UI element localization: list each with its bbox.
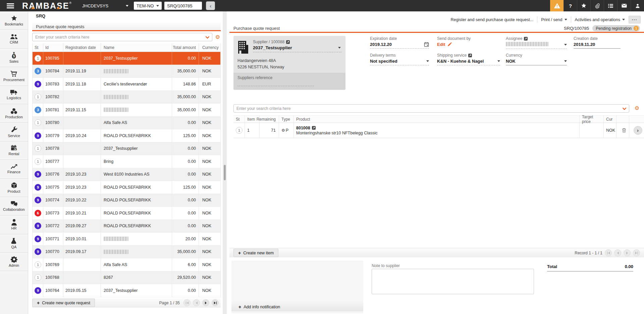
sidebar-item-admin[interactable]: Admin [0,253,28,271]
menu-icon[interactable] [7,3,14,8]
shipping-service-select[interactable]: K&N - Kuehne & Nagel [437,59,500,65]
sidebar-item-bookmarks[interactable]: Bookmarks [0,11,28,30]
star-icon[interactable] [577,0,590,11]
column-header-currency[interactable]: Currency [199,43,219,52]
quote-request-row[interactable]: 91007702019.09.1735,000.00NOK [33,246,220,259]
sidebar-item-product[interactable]: Product [0,179,28,197]
cell-registration-date: 2019.10.01 [63,233,101,245]
rambase-logo[interactable]: RAMBASE® [22,2,72,10]
panel-splitter[interactable] [223,11,227,314]
assignee-select[interactable] [506,42,567,49]
currency-select[interactable]: NOK [506,59,567,65]
user-icon[interactable] [631,0,644,11]
external-link-icon[interactable] [468,54,472,57]
sidebar-item-production[interactable]: Production [0,104,28,123]
column-header-id[interactable]: Id [43,43,63,52]
quote-request-row[interactable]: 91007752019.10.23ROALD POLSEFABRIKK125.0… [33,181,220,194]
external-link-icon[interactable] [524,37,528,41]
supplier-select[interactable]: 2037_Testsupplier [253,44,341,52]
more-options-button[interactable]: ... [629,16,641,23]
help-icon[interactable]: ? [564,0,577,11]
sidebar-item-sales[interactable]: $Sales [0,49,28,67]
calendar-icon[interactable] [424,42,429,47]
alert-icon[interactable] [550,0,564,11]
create-new-item-button[interactable]: + Create new item [233,249,278,257]
pager-next-button[interactable] [202,299,209,306]
quote-request-row[interactable]: 91007642019.05.152037_Testsupplier0.00NO… [33,284,220,297]
create-new-quote-request-button[interactable]: + Create new quote request [32,299,95,307]
column-header-total-amount[interactable]: Total amount [172,43,199,52]
quote-request-row[interactable]: 1100780Alfa Safe AS0.00NOK [33,117,220,130]
splitter-handle[interactable] [224,165,226,180]
sidebar-item-finance[interactable]: Finance [0,160,28,178]
quote-request-row[interactable]: 91007762019.10.23West 8100 Industries AS… [33,168,220,181]
quote-request-row[interactable]: 91007712019.10.0120.00NOK [33,233,220,246]
items-search-input[interactable] [234,106,629,111]
delete-item-button[interactable] [616,123,629,138]
column-header-cur[interactable]: Cur [604,116,616,123]
external-link-icon[interactable] [312,126,316,130]
sidebar-item-hr[interactable]: HR [0,215,28,234]
sidebar-item-collaboration[interactable]: Collaboration [0,197,28,215]
column-header-st[interactable]: St [233,116,245,123]
quote-request-row[interactable]: 91007792019.10.24ROALD POLSEFABRIKK125.0… [33,129,220,142]
chevron-down-icon[interactable] [205,36,210,39]
column-header-name[interactable]: Name [101,43,172,52]
column-header-st[interactable]: St [33,43,43,52]
chevron-down-icon[interactable] [622,107,627,110]
column-header-type[interactable]: Type [279,116,294,123]
status-indicator: 9 [33,233,43,245]
quote-request-row[interactable]: 11007852037_Testsupplier0.00NOK [33,52,220,65]
quote-request-row[interactable]: 31007842019.11.1935,000.00NOK [33,65,220,78]
service-icon [11,126,17,133]
back-button[interactable]: ‹ [206,1,215,10]
sidebar-item-qa[interactable]: QA [0,234,28,253]
system-selector[interactable]: JHCDEVSYS [82,3,128,8]
sidebar-item-rental[interactable]: $Rental [0,141,28,160]
quote-request-row[interactable]: 61007732019.10.21ROALD POLSEFABRIKK0.00N… [33,207,220,220]
quote-request-row[interactable]: 110078235,000.00NOK [33,91,220,104]
list-search-input[interactable] [33,35,212,40]
quote-request-row[interactable]: 1100769Alfa Safe AS6.00NOK [33,258,220,271]
quote-request-row[interactable]: 11007782037_Testsupplier0.00NOK [33,142,220,155]
column-header-product[interactable]: Product [294,116,580,123]
delivery-terms-select[interactable]: Not specified [370,59,429,65]
quote-request-row[interactable]: 91007742019.10.22ROALD POLSEFABRIKK0.00N… [33,194,220,207]
sidebar-item-crm[interactable]: CRM [0,30,28,48]
add-info-notification-button[interactable]: + Add info notification [234,303,284,311]
gear-icon[interactable]: ⚙ [635,106,639,111]
paperclip-icon[interactable] [590,0,604,11]
column-header-target-price[interactable]: Target price [580,116,604,123]
total-value: 0.00 [625,264,633,269]
product-id[interactable]: 801008 [296,126,377,130]
activities-operations-menu[interactable]: Activities and operations [575,17,625,22]
external-link-icon[interactable] [286,40,290,44]
sidebar-item-procurement[interactable]: Procurement [0,67,28,85]
gear-icon[interactable]: ⚙ [215,35,220,40]
pager-last-button[interactable] [212,299,219,306]
quote-request-row[interactable]: 91007832019.11.18Cecilie's testleverandø… [33,78,220,91]
print-send-menu[interactable]: Print / send [541,17,567,22]
suppliers-reference-input[interactable] [237,86,314,86]
item-row[interactable]: 1171⚙P801008Monteringshanske str10 NFTbe… [233,123,644,138]
edit-send-document-link[interactable]: Edit [437,42,452,47]
quote-request-row[interactable]: 91007722019.09.27ROALD POLSEFABRIKK0.00N… [33,220,220,233]
note-to-supplier-textarea[interactable] [372,269,534,294]
quote-request-row[interactable]: 1100768826729,520.00NOK [33,271,220,285]
sidebar-item-logistics[interactable]: Logistics [0,86,28,104]
register-and-send-action[interactable]: Register and send purchase quote request… [451,17,534,22]
column-header-remaining[interactable]: Remaining [260,116,279,123]
column-header-registration-date[interactable]: Registration date [63,43,101,52]
sidebar-item-label: Rental [9,152,19,156]
creation-date-label: Creation date [574,36,621,41]
list-icon[interactable] [604,0,617,11]
company-selector[interactable]: TEM-NO [134,2,162,10]
quote-request-row[interactable]: 31007812019.11.1535,000.00NOK [33,104,220,117]
expiration-date-field[interactable]: 2019.12.20 [370,42,429,49]
chevron-right-icon[interactable]: › [634,126,642,135]
sidebar-item-service[interactable]: Service [0,123,28,141]
quote-request-row[interactable]: 1100777Bring0.00NOK [33,155,220,168]
open-item-button[interactable]: › [629,123,644,138]
mail-icon[interactable] [617,0,631,11]
program-search-input[interactable] [167,3,199,8]
